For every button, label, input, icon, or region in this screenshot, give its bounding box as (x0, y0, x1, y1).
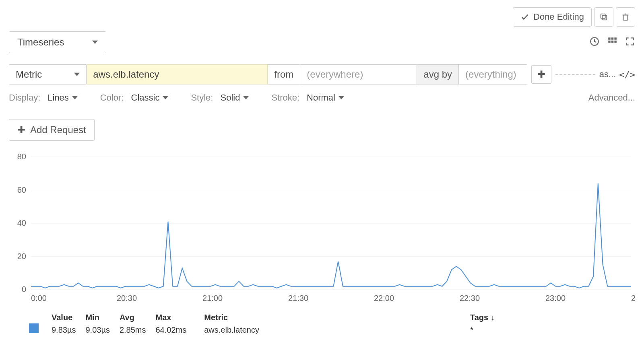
svg-text:21:30: 21:30 (288, 294, 308, 302)
svg-text:20:30: 20:30 (117, 294, 137, 302)
color-value-select[interactable]: Classic (131, 93, 169, 103)
legend-header-avg: Avg (120, 313, 146, 322)
display-label: Display: (9, 93, 40, 103)
fullscreen-icon[interactable] (625, 36, 635, 48)
svg-rect-1 (601, 14, 605, 19)
style-label: Style: (191, 93, 213, 103)
avg-by-placeholder: (everything) (465, 69, 516, 80)
metric-name-input[interactable]: aws.elb.latency (87, 64, 268, 84)
color-label: Color: (100, 93, 124, 103)
legend-header-value: Value (52, 313, 76, 322)
svg-text:80: 80 (17, 153, 26, 161)
svg-rect-0 (602, 15, 607, 20)
caret-down-icon (243, 96, 249, 100)
svg-rect-7 (608, 41, 610, 43)
legend-header-min: Min (85, 313, 109, 322)
from-scope-placeholder: (everywhere) (307, 69, 363, 80)
svg-text:21:00: 21:00 (202, 294, 223, 302)
expand-icon (625, 36, 635, 47)
check-icon (520, 12, 529, 21)
legend-metric: aws.elb.latency (204, 325, 259, 335)
add-aggregation-button[interactable]: ✚ (531, 65, 551, 84)
svg-rect-9 (614, 41, 616, 43)
svg-text:23:00: 23:00 (545, 294, 566, 302)
svg-rect-6 (614, 37, 616, 39)
copy-button[interactable] (594, 7, 613, 27)
legend-header-metric: Metric (204, 313, 259, 322)
metric-type-select[interactable]: Metric (9, 64, 87, 84)
caret-down-icon (72, 96, 78, 100)
svg-text:22:00: 22:00 (374, 294, 394, 302)
chart-legend: Value9.83µs Min9.03µs Avg2.85ms Max64.02… (29, 313, 635, 335)
from-scope-input[interactable]: (everywhere) (300, 64, 417, 84)
svg-text:22:30: 22:30 (460, 294, 480, 302)
svg-text:20: 20 (17, 252, 26, 261)
svg-text:23:30: 23:30 (631, 294, 635, 302)
caret-down-icon (92, 40, 98, 44)
viz-type-select[interactable]: Timeseries (9, 31, 106, 53)
svg-rect-8 (611, 41, 613, 43)
from-label: from (268, 64, 300, 84)
display-value-select[interactable]: Lines (47, 93, 78, 103)
advanced-link[interactable]: Advanced... (588, 93, 635, 103)
add-request-label: Add Request (30, 124, 86, 136)
metric-type-label: Metric (16, 69, 42, 80)
legend-tags: * (470, 325, 495, 335)
plus-icon: ✚ (17, 124, 25, 136)
style-value-select[interactable]: Solid (220, 93, 249, 103)
legend-avg: 2.85ms (120, 325, 146, 335)
legend-header-tags[interactable]: Tags ↓ (470, 313, 495, 322)
grid-icon (607, 36, 617, 47)
metric-name-value: aws.elb.latency (93, 69, 159, 80)
legend-min: 9.03µs (85, 325, 109, 335)
done-editing-button[interactable]: Done Editing (513, 7, 592, 27)
caret-down-icon (339, 96, 344, 100)
svg-rect-4 (608, 37, 610, 39)
latency-chart[interactable]: 0204060800:0020:3021:0021:3022:0022:3023… (9, 153, 635, 306)
caret-down-icon (163, 96, 168, 100)
time-range-icon[interactable] (589, 36, 600, 48)
stroke-value-select[interactable]: Normal (307, 93, 344, 103)
trash-icon (621, 12, 630, 21)
done-editing-label: Done Editing (533, 12, 584, 22)
delete-button[interactable] (616, 7, 635, 27)
stroke-label: Stroke: (271, 93, 299, 103)
svg-text:40: 40 (17, 218, 26, 227)
svg-text:0: 0 (22, 285, 26, 294)
legend-swatch (29, 323, 39, 333)
caret-down-icon (74, 72, 80, 76)
legend-value: 9.83µs (52, 325, 76, 335)
svg-text:0:00: 0:00 (31, 294, 47, 302)
avg-by-label: avg by (417, 64, 459, 84)
legend-max: 64.02ms (156, 325, 187, 335)
divider (555, 74, 595, 75)
avg-by-input[interactable]: (everything) (459, 64, 527, 84)
legend-header-max: Max (156, 313, 187, 322)
add-request-button[interactable]: ✚ Add Request (9, 119, 95, 141)
copy-icon (599, 12, 608, 21)
code-editor-icon[interactable]: </> (619, 70, 635, 80)
viz-type-label: Timeseries (17, 37, 64, 48)
clock-icon (589, 36, 600, 47)
svg-rect-2 (623, 15, 628, 20)
svg-rect-5 (611, 37, 613, 39)
plus-icon: ✚ (537, 69, 545, 80)
alias-label[interactable]: as... (599, 69, 616, 80)
svg-text:60: 60 (17, 185, 26, 194)
grid-view-icon[interactable] (607, 36, 617, 48)
